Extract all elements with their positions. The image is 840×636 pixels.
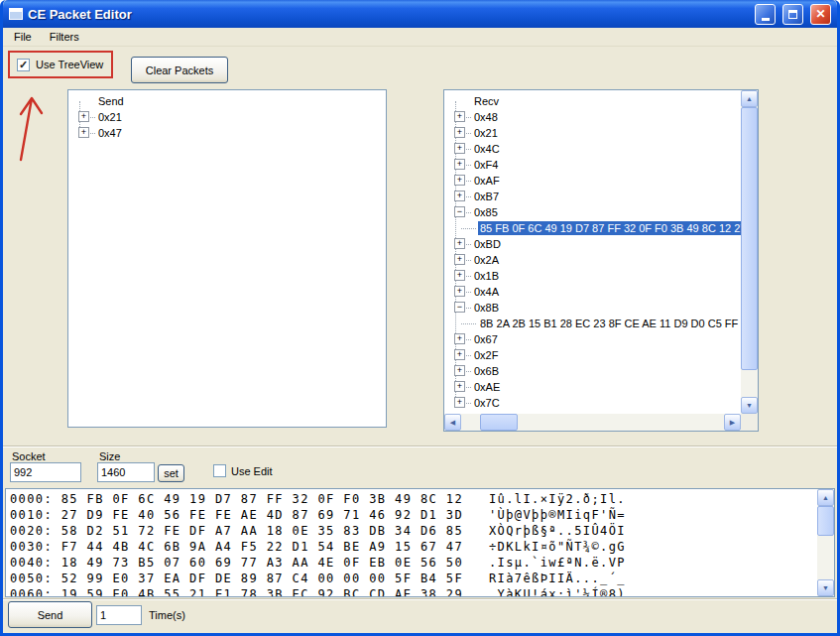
recv-tree-item-0x21[interactable]: +0x21 (448, 125, 741, 141)
recv-tree-item-0xaf[interactable]: +0xAF (448, 173, 741, 189)
use-treeview-label: Use TreeView (36, 59, 103, 70)
socket-input[interactable] (10, 462, 81, 482)
recv-treeview[interactable]: Recv+0x48+0x21+0x4C+0xF4+0xAF+0xB7−0x858… (443, 89, 759, 432)
recv-tree-item-0x4a[interactable]: +0x4A (448, 284, 741, 300)
times-label: Time(s) (149, 609, 185, 621)
send-tree-root-label: Send (96, 94, 126, 108)
send-tree-item-0x21[interactable]: +0x21 (72, 109, 386, 125)
use-edit-checkbox[interactable] (213, 464, 226, 477)
recv-tree-item-0xb7[interactable]: +0xB7 (448, 189, 741, 204)
expand-icon[interactable]: + (454, 286, 465, 297)
set-button[interactable]: set (158, 464, 184, 482)
recv-tree-item-0x6b[interactable]: +0x6B (448, 363, 741, 379)
expand-icon[interactable]: + (454, 238, 465, 249)
recv-tree-item-label: 0x4A (472, 285, 501, 299)
recv-tree-item-0x7c[interactable]: +0x7C (448, 395, 741, 411)
recv-tree-item-0xf4[interactable]: +0xF4 (448, 157, 741, 173)
recv-tree-item-0x4c[interactable]: +0x4C (448, 141, 741, 157)
scroll-right-icon[interactable]: ▶ (724, 414, 741, 431)
expand-icon[interactable]: + (454, 191, 465, 201)
app-icon (9, 8, 23, 20)
recv-tree-packet-data: 85 FB 0F 6C 49 19 D7 87 FF 32 0F F0 3B 4… (478, 221, 741, 235)
hex-dump-line: 0020: 58 D2 51 72 FE DF A7 AA 18 0E 35 8… (10, 523, 814, 539)
expand-icon[interactable]: + (454, 159, 465, 170)
recv-tree-item-0x2a[interactable]: +0x2A (448, 252, 741, 268)
size-input[interactable] (97, 462, 155, 482)
annotation-arrow-icon (8, 88, 53, 168)
collapse-icon[interactable]: − (454, 302, 465, 313)
scroll-left-icon[interactable]: ◀ (444, 414, 461, 431)
titlebar[interactable]: CE Packet Editor ✕ (3, 0, 837, 28)
recv-tree-root[interactable]: Recv (448, 93, 741, 109)
expand-icon[interactable]: + (78, 127, 89, 138)
minimize-button[interactable] (755, 4, 776, 25)
send-treeview[interactable]: Send+0x21+0x47 (67, 89, 387, 428)
horizontal-scroll-thumb[interactable] (480, 414, 518, 431)
recv-tree-item-label: 0x1B (472, 269, 501, 283)
send-button[interactable]: Send (8, 601, 92, 628)
recv-tree-item-label: 0x6B (472, 364, 501, 378)
recv-tree-item-0xae[interactable]: +0xAE (448, 379, 741, 395)
send-tree-item-label: 0x21 (96, 110, 124, 124)
hex-dump-line: 0050: 52 99 E0 37 EA DF DE 89 87 C4 00 0… (10, 571, 814, 586)
recv-tree-item-0x67[interactable]: +0x67 (448, 331, 741, 347)
maximize-icon (788, 10, 797, 19)
expand-icon[interactable]: + (454, 397, 465, 408)
recv-horizontal-scrollbar[interactable]: ◀ ▶ (444, 414, 741, 431)
recv-tree-item-0xbd[interactable]: +0xBD (448, 236, 741, 252)
scroll-up-icon[interactable]: ▲ (817, 489, 834, 506)
clear-packets-button[interactable]: Clear Packets (131, 57, 228, 83)
use-treeview-checkbox[interactable]: ✓ (17, 59, 30, 71)
client-area: ✓ Use TreeView Clear Packets Send+0x21+0… (3, 47, 837, 633)
scroll-down-icon[interactable]: ▼ (817, 579, 834, 596)
recv-tree-packet-0x85[interactable]: 85 FB 0F 6C 49 19 D7 87 FF 32 0F F0 3B 4… (448, 220, 741, 236)
recv-tree-item-0x85[interactable]: −0x85 (448, 204, 741, 220)
expand-icon[interactable]: + (454, 270, 465, 281)
recv-vertical-scrollbar[interactable]: ▲ ▼ (741, 90, 758, 414)
recv-tree-root-label: Recv (472, 94, 501, 108)
recv-tree-item-0x8b[interactable]: −0x8B (448, 300, 741, 316)
menu-filters[interactable]: Filters (48, 30, 81, 44)
hex-dump-line: 0060: 19 59 E0 4B 55 21 E1 78 3B EC 92 B… (10, 586, 814, 596)
vertical-scroll-thumb[interactable] (741, 107, 758, 370)
recv-tree-item-label: 0xBD (472, 237, 503, 251)
hex-dump-line: 0030: F7 44 4B 4C 6B 9A A4 F5 22 D1 54 B… (10, 539, 814, 555)
hex-dump-line: 0000: 85 FB 0F 6C 49 19 D7 87 FF 32 0F F… (10, 491, 814, 507)
expand-icon[interactable]: + (454, 127, 465, 138)
close-icon: ✕ (815, 8, 825, 20)
recv-tree-item-label: 0x2A (472, 253, 501, 267)
expand-icon[interactable]: + (454, 333, 465, 344)
socket-label: Socket (12, 450, 46, 462)
hex-vertical-scrollbar[interactable]: ▲ ▼ (817, 489, 834, 596)
app-window: CE Packet Editor ✕ File Filters ✓ Use Tr… (0, 0, 840, 636)
recv-tree-item-label: 0xAF (472, 174, 502, 188)
size-label: Size (99, 450, 120, 462)
window-title: CE Packet Editor (28, 7, 748, 22)
expand-icon[interactable]: + (454, 111, 465, 122)
hex-dump-area[interactable]: 0000: 85 FB 0F 6C 49 19 D7 87 FF 32 0F F… (5, 488, 835, 597)
recv-tree-item-0x1b[interactable]: +0x1B (448, 268, 741, 284)
send-tree-item-0x47[interactable]: +0x47 (72, 125, 386, 141)
close-button[interactable]: ✕ (810, 4, 831, 25)
maximize-button[interactable] (782, 4, 803, 25)
expand-icon[interactable]: + (454, 381, 465, 392)
expand-icon[interactable]: + (78, 111, 89, 122)
collapse-icon[interactable]: − (454, 206, 465, 217)
expand-icon[interactable]: + (454, 365, 465, 376)
times-input[interactable] (96, 605, 142, 625)
expand-icon[interactable]: + (454, 175, 465, 186)
expand-icon[interactable]: + (454, 143, 465, 154)
use-edit-row: Use Edit (213, 464, 273, 477)
menu-file[interactable]: File (12, 30, 34, 44)
send-tree-root[interactable]: Send (72, 93, 386, 109)
hex-scroll-thumb[interactable] (817, 506, 834, 536)
expand-icon[interactable]: + (454, 349, 465, 360)
recv-tree-item-label: 0x85 (472, 205, 500, 219)
hex-dump-line: 0040: 18 49 73 B5 07 60 69 77 A3 AA 4E 0… (10, 555, 814, 571)
recv-tree-packet-0x8b[interactable]: 8B 2A 2B 15 B1 28 EC 23 8F CE AE 11 D9 D… (448, 316, 741, 331)
scroll-up-icon[interactable]: ▲ (741, 90, 758, 107)
scroll-down-icon[interactable]: ▼ (741, 397, 758, 414)
recv-tree-item-0x48[interactable]: +0x48 (448, 109, 741, 125)
expand-icon[interactable]: + (454, 254, 465, 265)
recv-tree-item-0x2f[interactable]: +0x2F (448, 347, 741, 363)
